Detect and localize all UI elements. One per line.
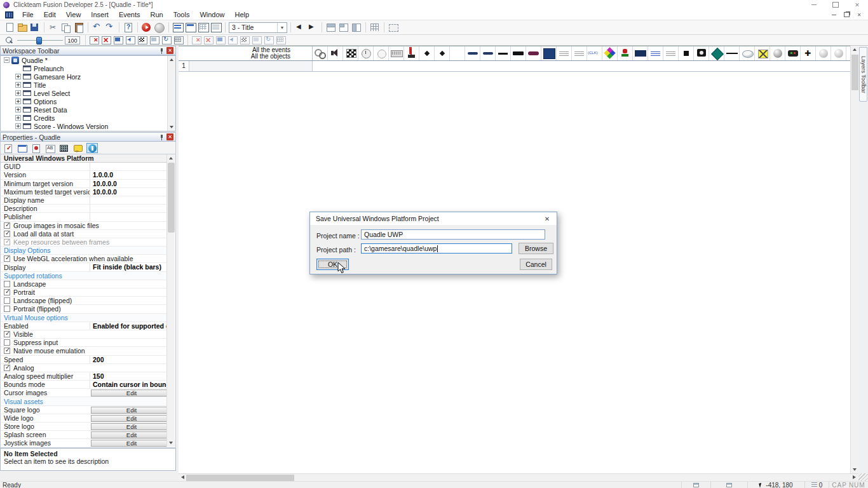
storyboard-editor-icon[interactable] — [172, 22, 184, 33]
event-conditions[interactable] — [189, 61, 313, 71]
object-column-dash-black[interactable] — [496, 46, 511, 60]
object-column-dash-navy-2[interactable] — [480, 46, 496, 60]
expand-icon[interactable] — [15, 82, 21, 88]
object-window-icon[interactable] — [149, 36, 161, 45]
layers-toolbar-tab[interactable]: Layers Toolbar — [859, 47, 867, 102]
expand-icon[interactable] — [15, 123, 21, 129]
checkbox-icon[interactable] — [4, 289, 10, 295]
select-tool-alt-icon[interactable] — [227, 36, 239, 45]
pattern-fill-alt-icon[interactable] — [239, 36, 251, 45]
menu-view[interactable]: View — [61, 10, 86, 20]
object-column-cross-black[interactable] — [801, 46, 816, 60]
property-value[interactable]: 150 — [90, 372, 167, 380]
edit-button[interactable]: Edit — [91, 440, 172, 447]
object-column-gears[interactable] — [313, 46, 328, 60]
object-column-diamond-teal[interactable] — [709, 46, 724, 60]
properties-tab-values-icon[interactable] — [44, 143, 56, 153]
pin-icon[interactable] — [158, 134, 165, 140]
crop-frame-icon[interactable] — [112, 36, 125, 45]
property-value[interactable] — [90, 205, 167, 212]
rotate-object-alt-icon[interactable] — [263, 36, 275, 45]
previous-frame-icon[interactable] — [294, 22, 306, 33]
object-column-clock[interactable] — [358, 46, 374, 60]
object-column-circle[interactable] — [374, 46, 389, 60]
properties-tab-events-icon[interactable] — [58, 143, 70, 153]
object-column-dash-navy[interactable] — [465, 46, 480, 60]
grid-table-alt-icon[interactable] — [275, 36, 287, 45]
event-list-editor-icon[interactable] — [210, 22, 222, 33]
cancel-button[interactable]: Cancel — [520, 259, 552, 270]
tree-item-credits[interactable]: Credits — [1, 114, 175, 122]
new-icon[interactable] — [3, 22, 16, 33]
pin-icon[interactable] — [158, 48, 165, 54]
tree-item-gamesare-horz[interactable]: Gamesare Horz — [1, 72, 175, 81]
properties-tab-runtime-icon[interactable] — [31, 143, 42, 153]
minimize-button[interactable] — [803, 0, 825, 10]
mdi-close-button[interactable] — [853, 11, 865, 18]
scroll-left-icon[interactable] — [181, 475, 184, 479]
zoom-slider-thumb[interactable] — [36, 37, 42, 44]
dialog-close-icon[interactable] — [538, 215, 557, 222]
pattern-fill-icon[interactable] — [137, 36, 149, 45]
new-window-icon[interactable] — [325, 22, 337, 33]
object-column-square-black[interactable] — [679, 46, 694, 60]
object-column-box-yellow-x[interactable] — [755, 46, 770, 60]
object-column-shape-dark[interactable] — [785, 46, 801, 60]
expand-icon[interactable] — [15, 115, 21, 121]
scroll-down-icon[interactable] — [168, 123, 176, 131]
frame-selector-dropdown[interactable]: 3 - Title▾ — [229, 22, 287, 33]
redo-icon[interactable] — [104, 22, 116, 33]
property-value[interactable] — [90, 163, 167, 170]
stop-application-icon[interactable] — [153, 22, 166, 33]
checkbox-icon[interactable] — [4, 306, 10, 312]
next-frame-icon[interactable] — [306, 22, 319, 33]
resize-grip[interactable] — [858, 473, 868, 481]
menu-window[interactable]: Window — [194, 10, 229, 20]
tree-item-options[interactable]: Options — [1, 97, 175, 105]
frame-editor-icon[interactable] — [184, 22, 197, 33]
object-column-dash-thick[interactable] — [511, 46, 526, 60]
tree-item-level-select[interactable]: Level Select — [1, 89, 175, 97]
object-column-speaker[interactable] — [328, 46, 343, 60]
arrange-windows-icon[interactable] — [350, 22, 363, 33]
workspace-scrollbar[interactable] — [167, 56, 175, 131]
object-column-ellipse-white[interactable] — [740, 46, 755, 60]
tree-item-reset-data[interactable]: Reset Data — [1, 105, 175, 114]
property-value[interactable]: 200 — [90, 356, 167, 363]
object-column-blank[interactable] — [450, 46, 465, 60]
properties-tab-platform-icon[interactable] — [86, 143, 98, 153]
property-value[interactable] — [90, 196, 167, 204]
object-column-camera-black[interactable] — [694, 46, 709, 60]
scroll-thumb[interactable] — [186, 475, 294, 481]
tree-item-title[interactable]: Title — [1, 81, 175, 89]
close-button[interactable] — [846, 0, 868, 10]
zoom-slider[interactable] — [17, 36, 63, 44]
tree-item-prelaunch[interactable]: Prelaunch — [1, 64, 175, 72]
tree-item-score-windows-version[interactable]: Score - Windows Version — [1, 122, 175, 130]
object-column-diamond-multi[interactable] — [602, 46, 618, 60]
expand-icon[interactable] — [15, 107, 21, 112]
checkbox-icon[interactable] — [4, 239, 10, 245]
edit-button[interactable]: Edit — [91, 431, 172, 438]
scroll-thumb[interactable] — [168, 163, 175, 233]
show-grid-icon[interactable] — [369, 22, 381, 33]
scroll-up-icon[interactable] — [167, 154, 175, 162]
save-icon[interactable] — [29, 22, 41, 33]
dialog-title-bar[interactable]: Save Universal Windows Platform Project — [310, 212, 557, 225]
menu-events[interactable]: Events — [114, 10, 146, 20]
open-icon[interactable] — [16, 22, 29, 33]
collapse-icon[interactable] — [4, 57, 10, 63]
undo-icon[interactable] — [91, 22, 104, 33]
menu-help[interactable]: Help — [230, 10, 255, 20]
zoom-value-box[interactable]: 100 — [65, 36, 80, 44]
checkbox-icon[interactable] — [4, 331, 10, 337]
checkbox-icon[interactable] — [4, 222, 10, 229]
property-value[interactable]: Contain cursor in bounds — [90, 381, 167, 388]
mdi-document-icon[interactable] — [5, 11, 13, 18]
object-column-keyboard[interactable] — [389, 46, 404, 60]
project-path-input[interactable]: c:\gamesare\quadle\uwp — [361, 243, 512, 254]
object-column-text-lines-3[interactable] — [663, 46, 679, 60]
object-column-player-figure[interactable] — [618, 46, 633, 60]
grid-options-icon[interactable] — [387, 22, 400, 33]
object-column-sphere-gray-l-2[interactable] — [831, 46, 846, 60]
